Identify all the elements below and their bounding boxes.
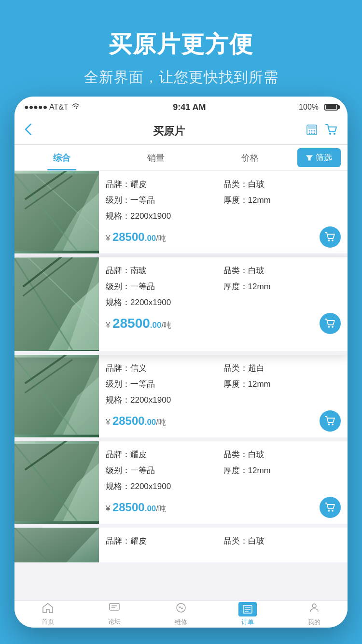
grade-item: 级别：一等品 <box>106 465 223 476</box>
product-item-partial[interactable]: 品牌：耀皮 品类：白玻 <box>14 528 348 566</box>
brand-item: 品牌：耀皮 <box>106 179 223 190</box>
sort-bar: 综合 销量 价格 筛选 <box>14 145 348 171</box>
svg-rect-46 <box>110 603 119 610</box>
brand-item: 品牌：信义 <box>106 363 223 374</box>
svg-rect-50 <box>243 605 252 613</box>
calculator-icon[interactable] <box>306 124 318 139</box>
product-image <box>14 355 99 437</box>
thickness-item: 厚度：12mm <box>223 195 341 206</box>
spec-row: 规格：2200x1900 <box>106 394 341 406</box>
product-image <box>14 528 99 566</box>
product-details: 品牌：耀皮 品类：白玻 级别：一等品 厚度：12mm 规格：2200x1900 <box>99 171 348 253</box>
tab-home-label: 首页 <box>42 617 54 626</box>
category-item: 品类：超白 <box>223 363 341 374</box>
price-display: ¥ 28500.00/吨 <box>106 501 166 514</box>
grade-thickness-row: 级别：一等品 厚度：12mm <box>106 195 341 206</box>
svg-point-34 <box>328 423 330 425</box>
forum-icon <box>109 602 120 616</box>
price-display: ¥ 28500.00/吨 <box>106 230 166 244</box>
grade-item: 级别：一等品 <box>106 378 223 390</box>
add-to-cart-button[interactable] <box>320 497 341 518</box>
product-item-highlighted[interactable]: 品牌：南玻 品类：白玻 级别：一等品 厚度：12mm 规格：2200x1900 <box>14 257 348 355</box>
price-display: ¥ 28500.00/吨 <box>106 414 166 428</box>
spec-row: 规格：2200x1900 <box>106 297 341 308</box>
price-row: ¥ 28500.00/吨 <box>106 410 341 432</box>
product-image <box>14 171 99 253</box>
sort-tab-price[interactable]: 价格 <box>203 145 297 170</box>
svg-point-4 <box>314 130 315 131</box>
order-icon <box>238 602 257 616</box>
tab-order[interactable]: 订单 <box>214 602 281 627</box>
status-right: 100% <box>299 103 338 112</box>
wifi-icon <box>71 103 80 112</box>
thickness-item: 厚度：12mm <box>223 281 341 292</box>
status-time: 9:41 AM <box>173 102 206 112</box>
battery-pct: 100% <box>299 103 319 112</box>
promo-subtitle: 全新界面，让您更快找到所需 <box>0 68 362 87</box>
spec-row: 规格：2200x1900 <box>106 210 341 222</box>
brand-item: 品牌：南玻 <box>106 265 223 276</box>
price-display: ¥ 28500.00/吨 <box>106 316 171 331</box>
svg-point-9 <box>334 133 335 135</box>
filter-button[interactable]: 筛选 <box>297 148 341 167</box>
category-item: 品类：白玻 <box>223 535 341 546</box>
cart-icon[interactable] <box>325 124 338 139</box>
add-to-cart-button[interactable] <box>320 226 341 248</box>
grade-thickness-row: 级别：一等品 厚度：12mm <box>106 281 341 292</box>
svg-point-35 <box>332 423 334 425</box>
battery-icon <box>324 104 338 111</box>
category-item: 品类：白玻 <box>223 179 341 190</box>
mine-icon <box>308 602 320 616</box>
product-details-partial: 品牌：耀皮 品类：白玻 <box>99 528 348 562</box>
thickness-item: 厚度：12mm <box>223 378 341 390</box>
svg-point-17 <box>328 239 330 241</box>
brand-category-row: 品牌：南玻 品类：白玻 <box>106 265 341 276</box>
brand-category-row: 品牌：信义 品类：超白 <box>106 363 341 374</box>
grade-item: 级别：一等品 <box>106 195 223 206</box>
product-item[interactable]: 品牌：耀皮 品类：白玻 级别：一等品 厚度：12mm 规格：2200x1900 <box>14 171 348 257</box>
tab-forum[interactable]: 论坛 <box>81 602 148 626</box>
product-image <box>14 257 99 351</box>
add-to-cart-button[interactable] <box>320 410 341 432</box>
brand-category-row: 品牌：耀皮 品类：白玻 <box>106 179 341 190</box>
tab-repair[interactable]: 维修 <box>148 602 214 627</box>
price-row: ¥ 28500.00/吨 <box>106 313 341 334</box>
svg-point-3 <box>311 130 313 131</box>
svg-point-2 <box>309 130 310 131</box>
svg-point-42 <box>332 510 334 512</box>
product-item[interactable]: 品牌：信义 品类：超白 级别：一等品 厚度：12mm 规格：2200x1900 <box>14 355 348 441</box>
back-button[interactable] <box>24 123 32 139</box>
phone-frame: ●●●●● AT&T 9:41 AM 100% 买原片 <box>14 97 348 628</box>
repair-icon <box>175 602 187 616</box>
tab-home[interactable]: 首页 <box>14 602 81 626</box>
svg-point-7 <box>314 132 315 134</box>
svg-point-27 <box>332 326 334 328</box>
tab-mine-label: 我的 <box>308 618 320 627</box>
category-item: 品类：白玻 <box>223 265 341 276</box>
grade-item: 级别：一等品 <box>106 281 223 292</box>
svg-point-41 <box>328 510 330 512</box>
thickness-item: 厚度：12mm <box>223 465 341 476</box>
grade-thickness-row: 级别：一等品 厚度：12mm <box>106 378 341 390</box>
spec-row: 规格：2200x1900 <box>106 481 341 492</box>
promo-title: 买原片更方便 <box>0 29 362 60</box>
add-to-cart-button[interactable] <box>320 313 341 334</box>
status-left: ●●●●● AT&T <box>24 103 80 112</box>
tab-mine[interactable]: 我的 <box>281 602 348 627</box>
product-details: 品牌：南玻 品类：白玻 级别：一等品 厚度：12mm 规格：2200x1900 <box>99 257 348 351</box>
product-details: 品牌：信义 品类：超白 级别：一等品 厚度：12mm 规格：2200x1900 <box>99 355 348 437</box>
svg-rect-1 <box>308 126 316 129</box>
sort-tab-sales[interactable]: 销量 <box>109 145 203 170</box>
price-row: ¥ 28500.00/吨 <box>106 226 341 248</box>
product-item[interactable]: 品牌：耀皮 品类：白玻 级别：一等品 厚度：12mm 规格：2200x1900 <box>14 441 348 528</box>
brand-item: 品牌：耀皮 <box>106 535 223 546</box>
tab-repair-label: 维修 <box>175 618 187 627</box>
svg-point-18 <box>332 239 334 241</box>
nav-bar: 买原片 <box>14 118 348 145</box>
brand-category-row: 品牌：耀皮 品类：白玻 <box>106 449 341 460</box>
tab-forum-label: 论坛 <box>108 617 121 626</box>
sort-tab-comprehensive[interactable]: 综合 <box>14 145 109 170</box>
status-bar: ●●●●● AT&T 9:41 AM 100% <box>14 97 348 118</box>
svg-point-6 <box>311 132 313 134</box>
grade-thickness-row: 级别：一等品 厚度：12mm <box>106 465 341 476</box>
